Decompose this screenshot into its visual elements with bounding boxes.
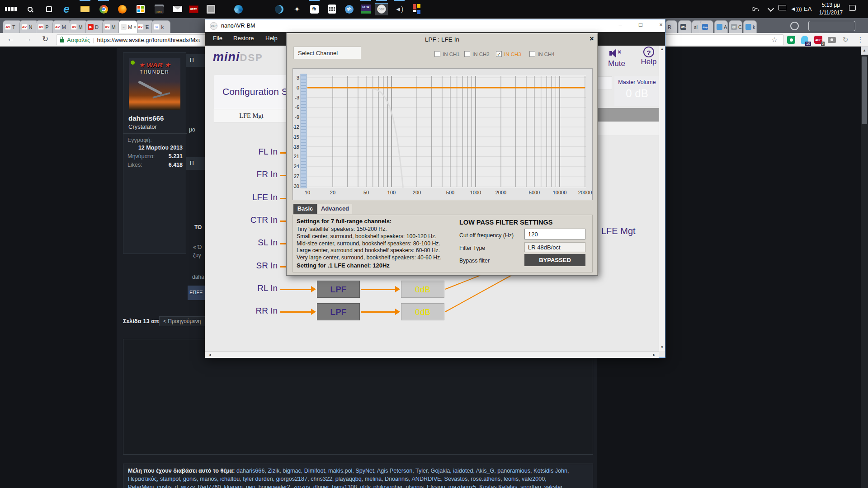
taskbar-icon-app-gray[interactable] — [204, 3, 217, 15]
lpf-block[interactable]: LPF — [317, 303, 360, 320]
arrowhead-icon — [395, 286, 400, 292]
taskbar-icon-search[interactable] — [24, 3, 36, 15]
taskbar-icon-media-swirl[interactable] — [232, 3, 245, 15]
browser-menu-icon[interactable]: ⋮ — [856, 35, 865, 44]
svg-text:20: 20 — [330, 190, 335, 195]
taskbar-icon-file-explorer[interactable] — [79, 3, 91, 15]
dialog-close-icon[interactable]: × — [588, 35, 596, 43]
gain-block[interactable]: 0dB — [401, 303, 444, 320]
tray-volume-icon[interactable]: ◄))) — [790, 5, 802, 12]
running-indicator — [309, 0, 320, 1]
checkbox-in-ch3[interactable]: ✓ — [496, 51, 502, 57]
screenshot-extension-icon[interactable] — [827, 35, 836, 44]
secure-label: Ασφαλές — [67, 37, 90, 43]
tab-strip-box[interactable] — [808, 21, 855, 31]
forward-button[interactable]: → — [23, 34, 33, 43]
channel-label-sl-in[interactable]: SL In — [227, 238, 278, 248]
browser-tab[interactable]: Gk — [151, 20, 170, 33]
checkbox-in-ch4[interactable] — [529, 51, 535, 57]
browser-tab[interactable]: A — [714, 20, 728, 33]
channel-label-sr-in[interactable]: SR In — [227, 261, 278, 271]
adguard-extension-icon[interactable] — [787, 35, 796, 44]
taskbar-icon-desktop-blocks[interactable] — [410, 3, 423, 15]
member-title: Crystalator — [128, 123, 157, 130]
tab-advanced[interactable]: Advanced — [318, 204, 352, 214]
filter-type-select[interactable]: LR 48dB/oct — [524, 242, 585, 252]
taskbar-icon-minidsp[interactable]: DSP — [375, 3, 388, 15]
tab-close-icon[interactable]: × — [133, 24, 136, 30]
app-horizontal-scrollbar[interactable]: ◄ ► — [205, 351, 659, 358]
checkbox-in-ch1[interactable] — [434, 51, 440, 57]
browser-tab[interactable]: AVT — [3, 20, 22, 33]
adblock-plus-extension-icon[interactable]: ABP5 — [814, 35, 823, 44]
readers-links-2[interactable]: Περαστικός, stampol, gonis, marios, icha… — [128, 475, 588, 483]
channel-label-rl-in[interactable]: RL In — [227, 283, 278, 293]
member-name[interactable]: daharis666 — [128, 114, 164, 122]
tray-people-icon[interactable] — [752, 5, 759, 13]
taskbar-icon-daemon-swirl[interactable] — [273, 3, 285, 15]
cutoff-input[interactable]: 120 — [524, 229, 585, 239]
taskbar-icon-start[interactable] — [5, 3, 17, 15]
channel-label-ctr-in[interactable]: CTR In — [227, 215, 278, 225]
channel-label-rr-in[interactable]: RR In — [227, 306, 278, 316]
browser-tab[interactable]: ▶D — [85, 20, 104, 33]
taskbar-icon-task-view[interactable] — [42, 3, 55, 15]
info-footer: Setting for .1 LFE channel: 120Hz — [297, 262, 390, 269]
scroll-up-icon[interactable]: ▲ — [861, 47, 868, 55]
gain-block[interactable]: 0dB — [401, 281, 444, 298]
action-center-icon[interactable] — [849, 5, 856, 11]
readers-links-3[interactable]: PeterMeni, costis_d, wizzy, Red7760, kka… — [128, 483, 588, 488]
channel-label-fr-in[interactable]: FR In — [227, 169, 278, 179]
browser-tab[interactable]: ≡M× — [118, 20, 137, 33]
browser-tab[interactable]: AVP — [36, 20, 55, 33]
scroll-right-icon[interactable]: ► — [651, 352, 658, 358]
taskbar-icon-edge[interactable]: e — [60, 3, 73, 15]
browser-scrollbar[interactable]: ▲ — [861, 47, 868, 488]
channel-label-fl-in[interactable]: FL In — [227, 147, 278, 157]
prev-page-button[interactable]: < Προηγούμενη — [159, 316, 206, 326]
tray-clock[interactable]: 5:13 μμ 1/11/2017 — [816, 1, 845, 17]
taskbar-icon-hdtv[interactable]: HDTV — [187, 3, 200, 15]
browser-tab[interactable]: HTs — [678, 20, 692, 33]
browser-tab[interactable]: R — [665, 20, 677, 33]
taskbar-icon-store[interactable] — [134, 3, 147, 15]
bookmark-star-icon[interactable]: ☆ — [770, 35, 779, 44]
taskbar-icon-firefox[interactable] — [116, 3, 128, 15]
avatar[interactable]: ★ WAR ★ THUNDER — [129, 58, 180, 110]
taskbar-icon-foobar2000[interactable]: fb — [308, 3, 321, 15]
browser-scroll-thumb[interactable] — [862, 56, 867, 124]
taskbar-icon-mail[interactable] — [171, 3, 184, 15]
ghostery-extension-icon[interactable]: 10 — [800, 35, 809, 44]
profile-icon[interactable] — [790, 22, 799, 30]
scroll-left-icon[interactable]: ◄ — [206, 352, 213, 358]
browser-tab[interactable]: @C — [729, 20, 742, 33]
edit-button-fragment[interactable]: ΕΠΕΞ — [188, 286, 205, 300]
tab-basic[interactable]: Basic — [293, 204, 317, 214]
scroll-down-icon[interactable]: ▼ — [659, 344, 665, 351]
tray-chevron-icon[interactable] — [768, 5, 774, 12]
reload-button[interactable]: ↻ — [40, 34, 51, 44]
tray-network-icon[interactable] — [778, 5, 786, 10]
back-button[interactable]: ← — [5, 34, 16, 43]
app-vertical-scrollbar[interactable]: ▲ ▼ — [659, 46, 665, 351]
taskbar-icon-calculator[interactable] — [326, 3, 338, 15]
refresh-extension-icon[interactable]: ↻ — [841, 35, 850, 44]
taskbar-icon-game-star[interactable]: ✦ — [291, 3, 303, 15]
lfe-output-label[interactable]: LFE Mgt — [601, 226, 636, 236]
bypass-button[interactable]: BYPASSED — [524, 254, 585, 266]
select-channel-box[interactable]: Select Channel — [293, 47, 361, 59]
taskbar-icon-kmplayer[interactable]: 321 — [153, 3, 165, 15]
checkbox-in-ch2[interactable] — [464, 51, 470, 57]
taskbar-icon-qbittorrent[interactable]: qb — [343, 3, 355, 15]
taskbar-icon-volume-app[interactable]: ◄) — [393, 3, 406, 15]
tray-language[interactable]: ΕΛ — [804, 5, 811, 12]
browser-tab[interactable]: dsp — [700, 20, 713, 33]
lpf-block[interactable]: LPF — [317, 281, 360, 298]
readers-links-1[interactable]: daharis666, Zizik, bigmac, Dimifoot, mak… — [236, 468, 569, 474]
taskbar-icon-chrome[interactable] — [97, 3, 110, 15]
browser-tab[interactable]: k — [743, 20, 757, 33]
scroll-up-icon[interactable]: ▲ — [659, 46, 665, 53]
channel-label-lfe-in[interactable]: LFE In — [227, 192, 278, 202]
taskbar-icon-rew[interactable]: REW — [359, 3, 372, 15]
svg-text:-3: -3 — [295, 95, 299, 100]
